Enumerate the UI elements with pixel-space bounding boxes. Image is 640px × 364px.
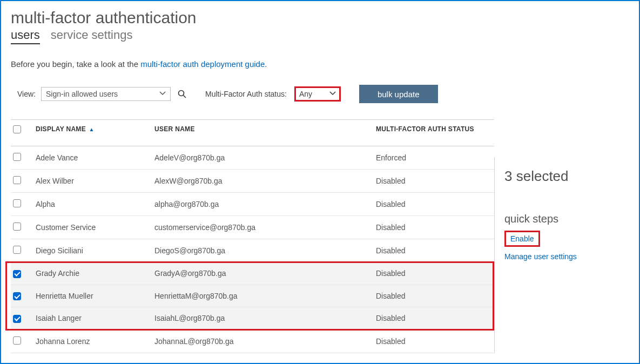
table-row[interactable]: Alphaalpha@org870b.gaDisabled [11, 193, 494, 216]
view-select-value: Sign-in allowed users [46, 90, 118, 98]
header-checkbox-cell [11, 120, 31, 146]
cell-mfa-status: Disabled [372, 216, 494, 239]
table-row[interactable]: Isaiah LangerIsaiahL@org870b.gaDisabled [11, 307, 494, 330]
view-label: View: [17, 90, 36, 98]
cell-display-name: Johanna Lorenz [31, 329, 150, 353]
cell-user-name: alpha@org870b.ga [150, 193, 372, 216]
cell-display-name: Isaiah Langer [31, 307, 150, 330]
cell-user-name: HenriettaM@org870b.ga [150, 285, 372, 307]
enable-link[interactable]: Enable [510, 234, 534, 243]
page-title: multi-factor authentication [11, 9, 629, 27]
column-mfa-status[interactable]: MULTI-FACTOR AUTH STATUS [372, 120, 494, 146]
cell-user-name: AdeleV@org870b.ga [150, 146, 372, 170]
view-select[interactable]: Sign-in allowed users [41, 87, 171, 101]
table-row[interactable]: Customer Servicecustomerservice@org870b.… [11, 216, 494, 239]
table-row[interactable]: Grady ArchieGradyA@org870b.gaDisabled [11, 262, 494, 285]
cell-mfa-status: Enforced [372, 146, 494, 170]
enable-highlight: Enable [504, 231, 540, 247]
row-checkbox[interactable] [13, 223, 21, 231]
chevron-down-icon [329, 90, 336, 98]
table-row[interactable]: Diego SicilianiDiegoS@org870b.gaDisabled [11, 239, 494, 262]
svg-point-0 [178, 91, 184, 96]
intro-suffix: . [265, 59, 267, 69]
toolbar: View: Sign-in allowed users Multi-Factor… [11, 85, 629, 103]
deployment-guide-link[interactable]: multi-factor auth deployment guide [140, 59, 265, 69]
tab-service-settings[interactable]: service settings [51, 28, 133, 44]
selected-count: 3 selected [504, 168, 629, 185]
row-checkbox[interactable] [13, 315, 21, 323]
row-checkbox[interactable] [13, 292, 21, 300]
chevron-down-icon [159, 90, 166, 98]
cell-mfa-status: Disabled [372, 329, 494, 353]
cell-display-name: Diego Siciliani [31, 239, 150, 262]
cell-user-name: JohannaL@org870b.ga [150, 329, 372, 353]
select-all-checkbox[interactable] [13, 125, 21, 133]
cell-mfa-status: Disabled [372, 262, 494, 285]
cell-mfa-status: Disabled [372, 170, 494, 193]
quick-steps-heading: quick steps [504, 213, 629, 225]
cell-user-name: GradyA@org870b.ga [150, 262, 372, 285]
intro-text: Before you begin, take a look at the mul… [11, 59, 629, 69]
tab-users[interactable]: users [11, 28, 40, 44]
cell-display-name: Customer Service [31, 216, 150, 239]
table-row[interactable]: Johanna LorenzJohannaL@org870b.gaDisable… [11, 329, 494, 353]
search-icon[interactable] [176, 88, 188, 100]
column-display-name-label: DISPLAY NAME [36, 125, 86, 133]
bulk-update-button[interactable]: bulk update [359, 85, 438, 103]
table-row[interactable]: Adele VanceAdeleV@org870b.gaEnforced [11, 146, 494, 170]
cell-user-name: customerservice@org870b.ga [150, 216, 372, 239]
cell-user-name: DiegoS@org870b.ga [150, 239, 372, 262]
table-row[interactable]: Alex WilberAlexW@org870b.gaDisabled [11, 170, 494, 193]
users-table: DISPLAY NAME ▲ USER NAME MULTI-FACTOR AU… [11, 119, 494, 353]
cell-display-name: Alex Wilber [31, 170, 150, 193]
cell-mfa-status: Disabled [372, 307, 494, 330]
cell-mfa-status: Disabled [372, 193, 494, 216]
row-checkbox[interactable] [13, 199, 21, 207]
column-user-name[interactable]: USER NAME [150, 120, 372, 146]
row-checkbox[interactable] [13, 176, 21, 184]
cell-user-name: AlexW@org870b.ga [150, 170, 372, 193]
cell-display-name: Grady Archie [31, 262, 150, 285]
row-checkbox[interactable] [13, 270, 21, 278]
manage-user-settings-link[interactable]: Manage user settings [504, 252, 629, 261]
tabs: users service settings [11, 28, 629, 44]
mfa-status-select[interactable]: Any [294, 86, 341, 102]
intro-prefix: Before you begin, take a look at the [11, 59, 140, 69]
cell-user-name: IsaiahL@org870b.ga [150, 307, 372, 330]
row-checkbox[interactable] [13, 336, 21, 345]
cell-display-name: Adele Vance [31, 146, 150, 170]
column-display-name[interactable]: DISPLAY NAME ▲ [31, 120, 150, 146]
cell-display-name: Henrietta Mueller [31, 285, 150, 307]
table-row[interactable]: Henrietta MuellerHenriettaM@org870b.gaDi… [11, 285, 494, 307]
row-checkbox[interactable] [13, 246, 21, 254]
cell-mfa-status: Disabled [372, 285, 494, 307]
row-checkbox[interactable] [13, 153, 21, 161]
svg-line-1 [183, 96, 186, 98]
cell-display-name: Alpha [31, 193, 150, 216]
cell-mfa-status: Disabled [372, 239, 494, 262]
mfa-status-label: Multi-Factor Auth status: [205, 90, 287, 98]
sort-ascending-icon: ▲ [89, 126, 95, 132]
side-panel: 3 selected quick steps Enable Manage use… [494, 157, 629, 353]
mfa-status-value: Any [299, 90, 312, 98]
